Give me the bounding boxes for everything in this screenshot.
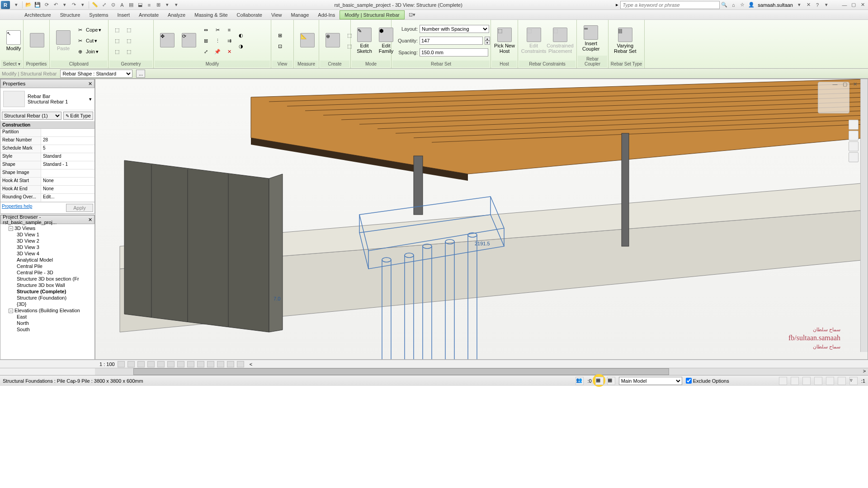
layout-combo[interactable]: Number with Spacing: [420, 25, 489, 33]
tree-elev-item[interactable]: East: [1, 314, 94, 320]
varying-rebar-button[interactable]: |||Varying Rebar Set: [612, 26, 638, 56]
visual-style-icon[interactable]: [137, 361, 145, 367]
scroll-right-icon[interactable]: >: [861, 368, 868, 375]
property-row[interactable]: StyleStandard: [0, 153, 94, 161]
workset-icon[interactable]: 👥: [576, 377, 584, 385]
measure-icon[interactable]: 📏: [91, 1, 99, 9]
measure-button[interactable]: 📐: [297, 31, 317, 50]
tree-view-item[interactable]: Central Pile: [1, 263, 94, 269]
collapse-icon[interactable]: −: [9, 226, 13, 231]
zoom-icon[interactable]: [849, 141, 859, 151]
tree-view-item[interactable]: Structure 3D box Wall: [1, 282, 94, 288]
align-button[interactable]: ≡: [224, 25, 234, 35]
scroll-left-icon[interactable]: <: [250, 361, 252, 367]
worksharing-display-icon[interactable]: [227, 361, 234, 367]
sync-icon[interactable]: ⟳: [42, 1, 51, 9]
tab-analyze[interactable]: Analyze: [163, 11, 190, 19]
tree-3dviews[interactable]: −3D Views: [1, 225, 94, 231]
temp-hide-icon[interactable]: [207, 361, 214, 367]
geom-btn-3[interactable]: ⬚: [112, 47, 122, 56]
rotate-button[interactable]: ⟳: [179, 31, 199, 50]
select-links-icon[interactable]: [779, 377, 787, 385]
quantity-input[interactable]: [420, 37, 483, 45]
properties-filter-combo[interactable]: Structural Rebar (1): [2, 112, 61, 120]
minimize-button[interactable]: —: [840, 1, 849, 9]
properties-header[interactable]: Properties✕: [0, 79, 94, 88]
open-icon[interactable]: 📂: [24, 1, 33, 9]
join-button[interactable]: ⊕: [75, 47, 85, 56]
orbit-icon[interactable]: [849, 152, 859, 162]
horizontal-scrollbar[interactable]: >: [0, 368, 868, 375]
tag-icon[interactable]: ⊙: [109, 1, 117, 9]
filter-icon[interactable]: ▿: [849, 377, 858, 385]
tab-structure[interactable]: Structure: [56, 11, 85, 19]
exclude-options-checkbox[interactable]: Exclude Options: [686, 378, 729, 384]
ribbon-expand-icon[interactable]: ⊡▾: [408, 11, 416, 19]
user-dropdown[interactable]: ▾: [795, 1, 803, 9]
help-dropdown[interactable]: ▾: [822, 1, 830, 9]
steering-wheel-icon[interactable]: [849, 120, 859, 130]
select-pinned-icon[interactable]: [802, 377, 811, 385]
tree-view-item[interactable]: 3D View 2: [1, 238, 94, 244]
split-button[interactable]: ⋮: [212, 36, 222, 46]
tree-elevations[interactable]: −Elevations (Building Elevation: [1, 307, 94, 314]
analytical-model-icon[interactable]: [237, 361, 244, 367]
select-face-icon[interactable]: [814, 377, 822, 385]
tab-addins[interactable]: Add-Ins: [313, 11, 340, 19]
section-icon[interactable]: ▤: [127, 1, 135, 9]
edit-sketch-button[interactable]: ✎Edit Sketch: [354, 26, 374, 56]
tree-view-item[interactable]: Structure 3D box section (Fr: [1, 276, 94, 282]
tab-collaborate[interactable]: Collaborate: [232, 11, 267, 19]
tree-view-item[interactable]: 3D View 1: [1, 231, 94, 238]
reveal-hidden-icon[interactable]: [217, 361, 224, 367]
detail-level-icon[interactable]: [127, 361, 135, 367]
view-minimize-icon[interactable]: —: [831, 80, 839, 88]
switch-windows-icon[interactable]: ▾: [163, 1, 171, 9]
trim-button[interactable]: ✂: [212, 25, 222, 35]
array-button[interactable]: ⊞: [201, 36, 211, 46]
select-underlay-icon[interactable]: [791, 377, 799, 385]
cut-button[interactable]: ✂: [75, 36, 85, 46]
favorite-icon[interactable]: ☆: [738, 1, 746, 9]
background-icon[interactable]: [838, 377, 846, 385]
vertical-scrollbar[interactable]: [860, 79, 868, 352]
pin-button[interactable]: 📌: [212, 47, 222, 56]
tree-elev-item[interactable]: South: [1, 326, 94, 333]
3d-viewport[interactable]: 2191.5 7.0 سماح سلطان fb/sultaan.samaah …: [95, 79, 868, 360]
property-row[interactable]: ShapeStandard - 1: [0, 161, 94, 169]
exchange-icon[interactable]: ✕: [804, 1, 812, 9]
model-combo[interactable]: Main Model: [619, 377, 682, 385]
browser-header[interactable]: Project Browser - rst_basic_sample_proj.…: [0, 215, 94, 224]
props-category[interactable]: Construction: [0, 122, 94, 129]
project-tree[interactable]: −3D Views 3D View 13D View 23D View 33D …: [0, 224, 94, 333]
mirror-button[interactable]: ⇔: [201, 25, 211, 35]
create-button[interactable]: ⊕: [323, 31, 343, 50]
text-icon[interactable]: A: [118, 1, 126, 9]
browser-close-icon[interactable]: ✕: [88, 217, 92, 223]
dimension-icon[interactable]: ⤢: [100, 1, 108, 9]
close-button[interactable]: ✕: [859, 1, 867, 9]
app-logo-icon[interactable]: R: [1, 1, 10, 9]
undo-icon[interactable]: ↶: [52, 1, 60, 9]
geom-btn-2[interactable]: ⬚: [112, 36, 122, 46]
view-btn-2[interactable]: ⊡: [275, 41, 285, 51]
property-row[interactable]: Hook At StartNone: [0, 178, 94, 186]
redo-dropdown[interactable]: ▾: [79, 1, 87, 9]
tree-view-item[interactable]: 3D View 4: [1, 250, 94, 257]
tab-architecture[interactable]: Architecture: [20, 11, 56, 19]
tree-view-item[interactable]: Structure (Foundation): [1, 295, 94, 301]
search-icon[interactable]: 🔍: [720, 1, 728, 9]
tab-modify-rebar[interactable]: Modify | Structural Rebar: [340, 10, 404, 19]
property-row[interactable]: Rounding Over...Edit...: [0, 194, 94, 202]
properties-button[interactable]: [27, 31, 47, 50]
view-close-icon[interactable]: ✕: [851, 80, 859, 88]
delete-button[interactable]: ✕: [224, 47, 234, 56]
tab-insert[interactable]: Insert: [113, 11, 135, 19]
redo-icon[interactable]: ↷: [70, 1, 78, 9]
editable-only-icon[interactable]: ▦: [595, 377, 604, 385]
mod-btn-b[interactable]: ◑: [236, 41, 246, 51]
property-row[interactable]: Partition: [0, 129, 94, 137]
tab-view[interactable]: View: [267, 11, 287, 19]
keys-icon[interactable]: ⌂: [729, 1, 737, 9]
help-icon[interactable]: ?: [813, 1, 821, 9]
